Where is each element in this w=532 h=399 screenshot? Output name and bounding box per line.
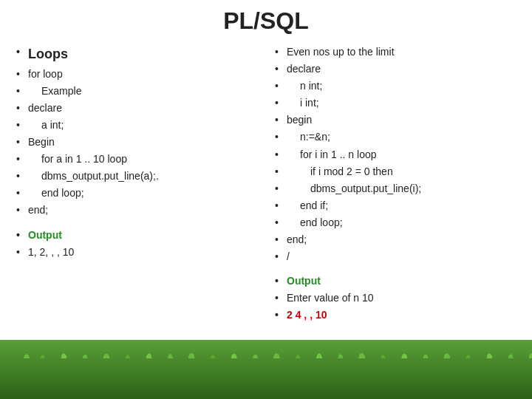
list-item: Output (15, 227, 259, 244)
list-item: Loops (15, 44, 259, 66)
list-item: n int; (273, 78, 517, 95)
list-item: Even nos up to the limit (273, 44, 517, 61)
grass-texture (0, 332, 532, 358)
list-item: end; (15, 202, 259, 219)
right-output-list: Output Enter value of n 10 2 4 , , 10 (273, 273, 517, 324)
list-item: i int; (273, 95, 517, 112)
list-item: end; (273, 231, 517, 248)
page-title: PL/SQL (15, 7, 517, 35)
list-item: dbms_output.put_line(i); (273, 180, 517, 197)
list-item: a int; (15, 117, 259, 134)
list-item: begin (273, 112, 517, 129)
list-item: Begin (15, 134, 259, 151)
list-item: 2 4 , , 10 (273, 307, 517, 324)
list-item: dbms_output.put_line(a);. (15, 168, 259, 185)
list-item: Output (273, 273, 517, 290)
list-item: / (273, 248, 517, 265)
list-item: Example (15, 83, 259, 100)
list-item: end if; (273, 197, 517, 214)
left-column: Loops for loop Example declare a int; Be… (15, 44, 259, 324)
two-column-layout: Loops for loop Example declare a int; Be… (15, 44, 517, 324)
list-item: end loop; (15, 185, 259, 202)
left-output-list: Output 1, 2, , , 10 (15, 227, 259, 261)
right-column: Even nos up to the limit declare n int; … (273, 44, 517, 324)
main-content: PL/SQL Loops for loop Example declare a … (0, 0, 532, 332)
left-bullet-list: Loops for loop Example declare a int; Be… (15, 44, 259, 219)
list-item: n:=&n; (273, 129, 517, 146)
list-item: for i in 1 .. n loop (273, 146, 517, 163)
list-item: 1, 2, , , 10 (15, 244, 259, 261)
list-item: declare (15, 100, 259, 117)
list-item: for a in 1 .. 10 loop (15, 151, 259, 168)
list-item: end loop; (273, 214, 517, 231)
right-bullet-list: Even nos up to the limit declare n int; … (273, 44, 517, 265)
list-item: for loop (15, 66, 259, 83)
list-item: Enter value of n 10 (273, 290, 517, 307)
list-item: declare (273, 61, 517, 78)
list-item: if i mod 2 = 0 then (273, 163, 517, 180)
